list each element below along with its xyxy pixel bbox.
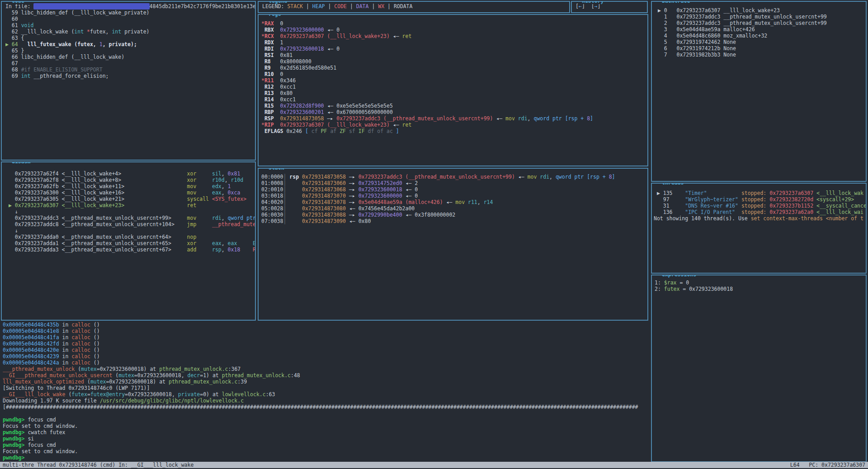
terminal-line: 1 0x7293237addc3 __pthread_mutex_unlock_… (655, 14, 866, 20)
terminal-line: 61 void (5, 22, 255, 28)
backtrace-view: ▶ 0 0x7293237a6307 __lll_lock_wake+23 1 … (652, 2, 866, 58)
terminal-line: 0x7293237a62fb <__lll_lock_wake+11> mov … (5, 183, 255, 189)
terminal-line: 0x00005e04d48c41fa in calloc () (3, 334, 651, 341)
terminal-line: 4 0x5e04d48c6860 moz_xmalloc+32 (655, 33, 866, 39)
disassembly-panel: disasm 0x7293237a62f4 <__lll_lock_wake+4… (1, 161, 256, 321)
terminal-line: 0x7293237a6305 <__lll_lock_wake+21> sysc… (5, 196, 255, 202)
threads-view: ▶ 135 "Timer" stopped: 0x7293237a6307 <_… (652, 184, 866, 222)
history-panel-title: history (580, 1, 605, 4)
status-bar-right: L64 PC: 0x7293237a6307 (790, 462, 865, 468)
terminal-line: RSI 0x81 (261, 52, 647, 58)
terminal-line: 63 { (5, 35, 255, 41)
terminal-line: 1: $rax = 0 (655, 280, 866, 286)
code-panel: code In file: 4845db211e7b42c7176f9be21b… (1, 1, 256, 161)
terminal-line: ↓ (5, 227, 255, 234)
code-panel-title: code (10, 1, 26, 4)
terminal-line: RBP 0x729323600201 ◂— 0x6700000569000000 (261, 109, 647, 115)
terminal-line: 0x00005e04d48c424a in calloc () (3, 360, 651, 366)
terminal-line: 65 } (5, 47, 255, 54)
terminal-line: 0x7293237adda3 <__pthread_mutex_unlock_u… (5, 246, 255, 253)
terminal-line: 0x7293237adda0 <__pthread_mutex_unlock_u… (5, 234, 255, 240)
terminal-line: 97 "WrGlyph~terizer" stopped: 0x72932382… (654, 196, 866, 203)
terminal-line: 0x00005e04d48c4239 in calloc () (3, 353, 651, 360)
legend-view: LEGEND: STACK | HEAP | CODE | DATA | WX … (259, 2, 569, 9)
expressions-panel-title: expressions (660, 275, 698, 278)
terminal-line: In file: 4845db211e7b42c7176f9be21b8301e… (5, 3, 255, 9)
terminal-line: 0x7293237a62f8 <__lll_lock_wake+8> xor r… (5, 177, 255, 183)
terminal-line: 07:0038│ 0x729314873090 ◂— 0x80 (261, 218, 647, 224)
terminal-line: pwndbg> (3, 455, 651, 461)
terminal-line (3, 410, 651, 417)
terminal-line: 05:0028│ 0x729314873080 ◂— 0x7456e45da42… (261, 205, 647, 212)
terminal-line: R9 0x2d561850ed580e51 (261, 65, 647, 71)
terminal-line: pwndbg> si (3, 436, 651, 442)
terminal-line: 136 "IPC I/O Parent" stopped: 0x7293237a… (654, 209, 866, 215)
terminal-line: RDX 1 (261, 39, 647, 46)
terminal-line: pwndbg> focus cmd (3, 442, 651, 448)
terminal-line: 6 0x72931974212b None (655, 45, 866, 52)
terminal-line: lll_mutex_unlock_optimized (mutex=0x7293… (3, 379, 651, 385)
terminal-line: ↓ (5, 208, 255, 215)
terminal-line: 0x7293237addc3 <__pthread_mutex_unlock_u… (5, 215, 255, 221)
terminal-line: 3 0x5e04d48ae59a malloc+426 (655, 26, 866, 33)
terminal-line: 02:0010│ 0x729314873068 —▸ 0x72932360001… (261, 186, 647, 193)
terminal-line: ▶ 135 "Timer" stopped: 0x7293237a6307 <_… (654, 190, 866, 196)
terminal-line: 5 0x729319742462 None (655, 39, 866, 45)
terminal-line: RBX 0x729323600000 ◂— 0 (261, 27, 647, 33)
source-code-view: In file: 4845db211e7b42c7176f9be21b8301e… (2, 2, 255, 79)
command-terminal[interactable]: 0x00005e04d48c435b in calloc ()0x00005e0… (1, 322, 651, 462)
terminal-line: 31 "DNS Res~ver #16" stopped: 0x7293237b… (654, 203, 866, 209)
terminal-line: *RAX 0 (261, 20, 647, 27)
terminal-line: 04:0020│ 0x729314873078 —▸ 0x5e04d48ae59… (261, 199, 647, 205)
terminal-line: 0x00005e04d48c42fd in calloc () (3, 341, 651, 347)
terminal-line: __GI___lll_lock_wake (futex=futex@entry=… (3, 391, 651, 398)
disassembly-view: 0x7293237a62f4 <__lll_lock_wake+4> xor s… (2, 162, 255, 253)
terminal-line: 7 0x72931982b3b3 None (655, 52, 866, 58)
terminal-line: 67 (5, 60, 255, 66)
terminal-line: 59 libc_hidden_def (__lll_lock_wake_priv… (5, 9, 255, 16)
terminal-line: 62 __lll_lock_wake (int *futex, int priv… (5, 28, 255, 35)
terminal-line: ▶ 64 lll_futex_wake (futex, 1, private); (5, 41, 255, 47)
expressions-view: 1: $rax = 02: futex = 0x729323600018 (652, 275, 866, 292)
pwndbg-debugger-screen: code In file: 4845db211e7b42c7176f9be21b… (0, 0, 868, 469)
terminal-line: EFLAGS 0x246 [ cf PF af ZF sf IF df of a… (261, 128, 647, 134)
legend-panel: legend LEGEND: STACK | HEAP | CODE | DAT… (258, 1, 570, 13)
terminal-line: ___pthread_mutex_unlock (mutex=0x7293236… (3, 366, 651, 372)
terminal-line: 03:0018│ 0x729314873070 —▸ 0x72932360000… (261, 193, 647, 199)
backtrace-panel-title: backtrace (660, 1, 692, 4)
registers-view: *RAX 0 RBX 0x729323600000 ◂— 0*RCX 0x729… (259, 15, 647, 134)
terminal-line: *RCX 0x7293237a6307 (__lll_lock_wake+23)… (261, 33, 647, 39)
legend-panel-title: legend (267, 1, 289, 4)
status-bar: multi-thre Thread 0x7293148746 (cmd) In:… (0, 462, 868, 468)
expressions-panel: expressions 1: $rax = 02: futex = 0x7293… (651, 275, 867, 462)
redacted-path-block (33, 3, 149, 9)
terminal-line: R13 0x80 (261, 90, 647, 96)
stack-view: 00:0000│ rsp 0x729314873058 —▸ 0x7293237… (259, 169, 647, 224)
terminal-line: *R11 0x346 (261, 77, 647, 84)
terminal-line: 06:0030│ 0x729314873088 —▸ 0x7292990be40… (261, 212, 647, 218)
terminal-line: 0x7293237a6300 <__lll_lock_wake+16> mov … (5, 189, 255, 196)
terminal-line: R15 0x729282d8f900 ◂— 0xe5e5e5e5e5e5e5e5 (261, 103, 647, 109)
terminal-line: 68 #if ENABLE_ELISION_SUPPORT (5, 66, 255, 73)
stack-panel-title: stack (267, 168, 286, 171)
terminal-line: RDI 0x729323600018 ◂— 0 (261, 46, 647, 52)
threads-panel: threads ▶ 135 "Timer" stopped: 0x7293237… (651, 183, 867, 274)
history-panel: history [←] [→] (571, 1, 648, 13)
terminal-line: ▶ 0 0x7293237a6307 __lll_lock_wake+23 (655, 7, 866, 14)
backtrace-panel: backtrace ▶ 0 0x7293237a6307 __lll_lock_… (651, 1, 867, 182)
terminal-line: pwndbg> cwatch futex (3, 429, 651, 436)
registers-panel: regs *RAX 0 RBX 0x729323600000 ◂— 0*RCX … (258, 14, 648, 166)
terminal-line: *RIP 0x7293237a6307 (__lll_lock_wake+23)… (261, 122, 647, 128)
terminal-line: R10 0 (261, 71, 647, 77)
registers-panel-title: regs (267, 14, 283, 17)
terminal-line: __GI___pthread_mutex_unlock_usercnt (mut… (3, 372, 651, 379)
status-bar-left: multi-thre Thread 0x7293148746 (cmd) In:… (3, 462, 193, 468)
terminal-line: R14 0xcc1 (261, 96, 647, 103)
terminal-line: Focus set to cmd window. (3, 448, 651, 455)
terminal-line: 66 libc_hidden_def (__lll_lock_wake) (5, 54, 255, 60)
terminal-line: Focus set to cmd window. (3, 423, 651, 429)
threads-panel-title: threads (660, 183, 685, 186)
stack-panel: stack 00:0000│ rsp 0x729314873058 —▸ 0x7… (258, 168, 648, 321)
terminal-line: 69 int __pthread_force_elision; (5, 73, 255, 79)
terminal-line: 0x00005e04d48c41e8 in calloc () (3, 328, 651, 334)
